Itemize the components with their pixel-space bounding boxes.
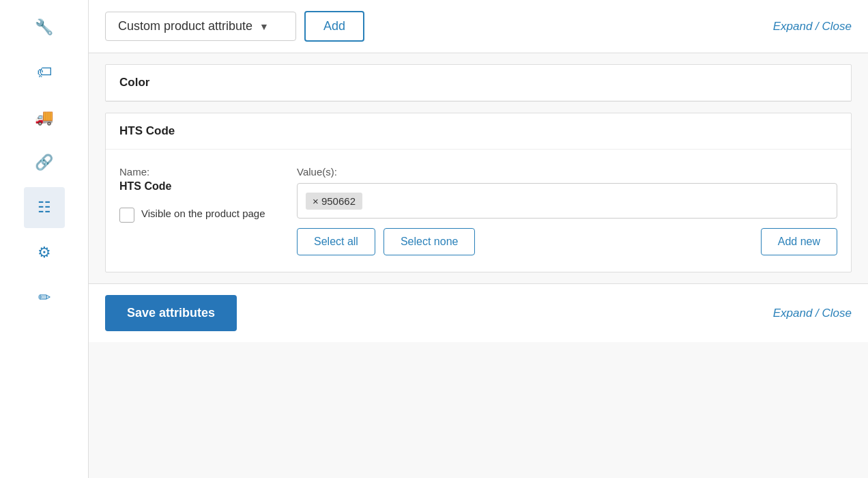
top-bar-left: Custom product attribute ▼ Add <box>105 11 364 42</box>
bottom-expand-close-link[interactable]: Expand / Close <box>773 307 852 320</box>
sidebar-item-truck[interactable]: 🚚 <box>24 97 65 138</box>
actions-row: Select all Select none Add new <box>297 228 837 255</box>
sidebar: 🔧 🏷 🚚 🔗 ☷ ⚙ ✏ <box>0 0 89 478</box>
hts-section-left: Name: HTS Code Visible on the product pa… <box>119 166 270 223</box>
main-content: Custom product attribute ▼ Add Expand / … <box>89 0 868 478</box>
attribute-dropdown[interactable]: Custom product attribute ▼ <box>105 12 296 41</box>
hts-section-header: HTS Code <box>106 113 851 150</box>
color-section: Color <box>105 64 852 102</box>
sidebar-item-palette[interactable]: ✏ <box>24 277 65 318</box>
hts-section: HTS Code Name: HTS Code Visible on the p… <box>105 113 852 272</box>
wrench-icon: 🔧 <box>35 18 53 36</box>
visible-checkbox-row: Visible on the product page <box>119 206 270 223</box>
top-bar: Custom product attribute ▼ Add Expand / … <box>89 0 868 53</box>
value-tag: × 950662 <box>306 193 362 210</box>
sidebar-item-link[interactable]: 🔗 <box>24 142 65 183</box>
add-button[interactable]: Add <box>304 11 364 42</box>
sidebar-item-tag[interactable]: 🏷 <box>24 52 65 93</box>
chevron-down-icon: ▼ <box>259 21 269 32</box>
select-none-button[interactable]: Select none <box>384 228 476 255</box>
name-value: HTS Code <box>119 180 270 193</box>
add-new-button[interactable]: Add new <box>761 228 837 255</box>
gear-icon: ⚙ <box>38 244 51 262</box>
sidebar-item-list[interactable]: ☷ <box>24 187 65 228</box>
dropdown-label: Custom product attribute <box>118 19 252 33</box>
sidebar-item-wrench[interactable]: 🔧 <box>24 7 65 48</box>
value-tag-text: × 950662 <box>313 195 356 207</box>
name-label: Name: <box>119 166 270 178</box>
save-attributes-button[interactable]: Save attributes <box>105 295 237 331</box>
color-section-header: Color <box>106 65 851 101</box>
expand-close-link[interactable]: Expand / Close <box>773 20 852 33</box>
visible-checkbox[interactable] <box>119 208 134 223</box>
values-label: Value(s): <box>297 166 837 178</box>
link-icon: 🔗 <box>35 154 53 171</box>
visible-label: Visible on the product page <box>141 206 265 221</box>
palette-icon: ✏ <box>38 289 50 307</box>
hts-section-body: Name: HTS Code Visible on the product pa… <box>106 150 851 272</box>
truck-icon: 🚚 <box>35 109 53 126</box>
bottom-bar: Save attributes Expand / Close <box>89 283 868 342</box>
list-icon: ☷ <box>38 199 51 216</box>
tag-icon: 🏷 <box>37 64 52 81</box>
values-input-box[interactable]: × 950662 <box>297 183 837 219</box>
hts-section-right: Value(s): × 950662 Select all Select non… <box>297 166 837 255</box>
select-all-button[interactable]: Select all <box>297 228 375 255</box>
sidebar-item-gear[interactable]: ⚙ <box>24 232 65 273</box>
